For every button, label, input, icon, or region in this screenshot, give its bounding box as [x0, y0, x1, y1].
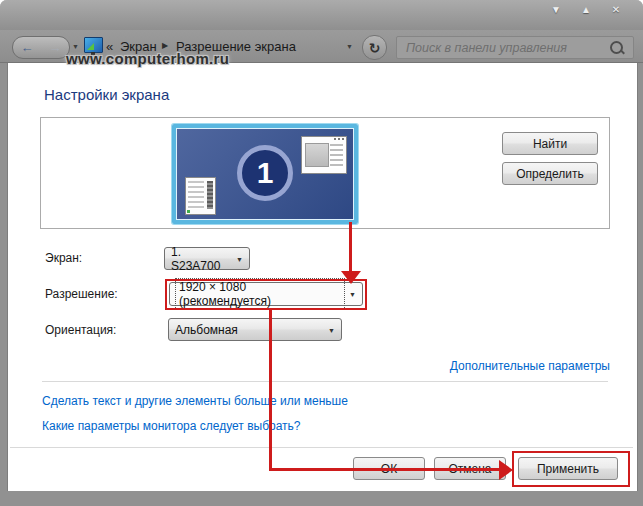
annotation-highlight-resolution — [165, 279, 367, 310]
search-icon — [609, 40, 625, 56]
screen-dropdown-value: 1. S23A700 — [171, 245, 231, 273]
search-box[interactable]: Поиск в панели управления — [396, 36, 634, 59]
window-thumbnail-icon — [185, 177, 216, 215]
breadcrumb-separator-icon[interactable]: ▶ — [162, 41, 168, 50]
screen-dropdown[interactable]: 1. S23A700 ▼ — [164, 247, 250, 270]
watermark: www.computerhom.ru — [66, 50, 229, 67]
address-dropdown-icon[interactable]: ▼ — [346, 43, 353, 50]
history-dropdown-icon[interactable]: ▼ — [72, 43, 79, 50]
minimize-button[interactable]: ▼ — [545, 2, 567, 17]
page-title: Настройки экрана — [44, 86, 169, 103]
resolution-label: Разрешение: — [45, 287, 118, 301]
screen-label: Экран: — [45, 251, 82, 265]
text-size-link[interactable]: Сделать текст и другие элементы больше и… — [42, 394, 348, 408]
annotation-line-vertical — [269, 310, 272, 471]
divider — [42, 381, 608, 382]
identify-button[interactable]: Определить — [502, 162, 598, 185]
orientation-label: Ориентация: — [45, 323, 116, 337]
refresh-button[interactable]: ↻ — [362, 35, 387, 60]
orientation-dropdown[interactable]: Альбомная ▼ — [168, 318, 342, 341]
monitor-number-badge: 1 — [237, 145, 293, 201]
chevron-down-icon: ▼ — [236, 256, 243, 263]
orientation-dropdown-value: Альбомная — [175, 323, 238, 337]
screen-resolution-window: ▼ ▲ ✕ ← → ▼ « Экран ▶ Разрешение экрана … — [0, 0, 643, 506]
detect-button[interactable]: Найти — [502, 132, 598, 155]
dialog-thumbnail-icon — [301, 136, 347, 174]
chevron-down-icon: ▼ — [328, 327, 335, 334]
divider — [10, 447, 633, 448]
monitor-help-link[interactable]: Какие параметры монитора следует выбрать… — [42, 419, 301, 433]
maximize-button[interactable]: ▲ — [575, 2, 597, 17]
nav-buttons: ← → — [12, 36, 70, 59]
advanced-settings-link[interactable]: Дополнительные параметры — [450, 359, 610, 373]
window-controls: ▼ ▲ ✕ — [545, 2, 627, 17]
annotation-arrow-monitor-to-resolution — [349, 222, 352, 272]
back-icon[interactable]: ← — [21, 41, 34, 54]
title-bar: ▼ ▲ ✕ — [0, 0, 643, 30]
annotation-line-horizontal — [269, 468, 500, 471]
annotation-arrowhead-right-icon — [499, 460, 513, 480]
annotation-highlight-apply — [512, 451, 630, 487]
close-button[interactable]: ✕ — [605, 2, 627, 17]
forward-icon[interactable]: → — [49, 41, 62, 54]
search-placeholder: Поиск в панели управления — [397, 41, 609, 55]
monitor-thumbnail[interactable]: 1 — [172, 124, 358, 224]
